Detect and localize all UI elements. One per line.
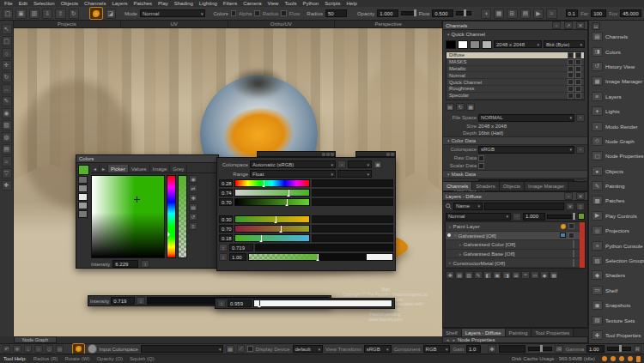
radius-checkbox[interactable] [254, 10, 259, 16]
rotate-tool-icon[interactable]: ↻ [2, 72, 12, 82]
tab-values[interactable]: Values [129, 165, 150, 172]
palette-icon[interactable]: ▤ [189, 203, 197, 211]
gamma-slider[interactable] [607, 347, 631, 351]
mirror-icon[interactable]: ≈ [546, 9, 556, 19]
layer-visibility-checkbox[interactable] [568, 233, 574, 239]
menu-filters[interactable]: Filters [223, 1, 237, 6]
menu-patches[interactable]: Patches [133, 1, 152, 6]
sidebar-item-lights[interactable]: ✦Lights [589, 104, 644, 118]
scalar-data-checkbox[interactable] [478, 163, 484, 169]
layers-panel-header[interactable]: Layers - Diffuse ▫ ✕ [443, 192, 587, 201]
sidebar-item-layers[interactable]: ≡Layers [589, 89, 644, 104]
sidebar-item-image-manager[interactable]: ▦Image Manager [589, 74, 644, 88]
memory-status-icon[interactable] [611, 356, 616, 361]
smear-tool-icon[interactable]: ≈ [2, 156, 12, 166]
floating-value-field[interactable]: 0.959 [228, 299, 252, 307]
layer-row-galvanised-color[interactable]: ▹ Galvanised Color [Off] [446, 240, 585, 250]
amount-slider-knob[interactable] [573, 213, 575, 220]
range-select[interactable]: Float▾ [250, 170, 336, 178]
alpha-spinner-icon[interactable]: ↕ [219, 253, 228, 261]
expander-icon[interactable]: ▿ [454, 233, 457, 238]
swap-colors-icon[interactable]: ⇄ [189, 185, 197, 192]
opacity-slider-knob[interactable] [414, 9, 416, 16]
alpha-strip[interactable] [178, 175, 187, 258]
saturation-numeric-box[interactable] [312, 189, 393, 197]
colorspace-select[interactable]: Automatic (sRGB)▾ [250, 160, 336, 168]
layer-visibility-checkbox[interactable] [573, 259, 574, 267]
saturation-slider-marker[interactable] [289, 190, 289, 196]
maximize-icon[interactable] [326, 153, 330, 156]
hue-marker[interactable] [167, 232, 173, 237]
file-space-select[interactable]: NORMAL▾ [478, 114, 574, 122]
gpu-status-icon[interactable] [619, 356, 624, 361]
sidebar-item-painting[interactable]: ✎Painting [589, 178, 644, 193]
tab-projects[interactable]: Projects [14, 21, 121, 27]
exposure-field[interactable] [499, 345, 526, 353]
layer-amount-field[interactable]: 1.000 [523, 213, 545, 221]
expander-icon[interactable]: ▹ [459, 251, 462, 257]
new-project-icon[interactable]: ▢ [3, 9, 13, 19]
layer-row-galvanised[interactable]: ▿ Galvanised [Off] [446, 232, 585, 241]
panel-intensity-field[interactable]: 0.719 [229, 244, 253, 251]
remove-channel-icon[interactable]: ▦ [466, 103, 475, 111]
alpha-slider[interactable] [248, 253, 393, 261]
sidebar-item-objects[interactable]: ●Objects [589, 164, 644, 178]
floating-white-slider[interactable] [253, 299, 392, 307]
sidebar-item-shelf[interactable]: ▭Shelf [589, 283, 644, 298]
sidebar-item-node-graph[interactable]: ◇Node Graph [589, 134, 644, 148]
project-status-icon[interactable] [628, 356, 633, 361]
sidebar-item-modo-render[interactable]: ◐Modo Render [589, 118, 644, 133]
paint-tool-button[interactable] [89, 7, 103, 20]
tab-picker[interactable]: Picker [108, 165, 129, 172]
export-paint-icon[interactable]: ▤ [226, 345, 234, 353]
gray-swatch-4[interactable] [78, 210, 88, 218]
floating-titlebar-2[interactable] [355, 151, 396, 157]
channel-swatch-white[interactable] [458, 40, 468, 49]
value-spinner-icon[interactable]: ↕ [217, 299, 226, 307]
intensity-field[interactable]: 6.229 [112, 260, 138, 268]
mask-data-section-header[interactable]: ▾ Mask Data [443, 170, 587, 178]
channel-row-specular[interactable]: Specular [447, 93, 584, 100]
blue-numeric-box[interactable] [312, 234, 393, 242]
exposure-knob[interactable] [540, 345, 543, 352]
blur-tool-icon[interactable]: ◍ [2, 132, 12, 142]
colorspace-lock-icon[interactable]: ▣ [374, 160, 382, 168]
new-group-icon[interactable]: ▣ [493, 271, 501, 279]
saturation-slider[interactable] [234, 189, 310, 197]
quick-channel-caret-icon[interactable]: ▾ [447, 32, 450, 37]
menu-scripts[interactable]: Scripts [325, 1, 340, 6]
color-sample-button[interactable] [88, 344, 96, 354]
close-icon[interactable] [331, 153, 334, 156]
blue-slider[interactable] [234, 234, 310, 242]
hue-strip[interactable] [167, 175, 176, 258]
circle-select-icon[interactable]: ○ [34, 345, 42, 353]
blue-value-field[interactable]: 0.18 [219, 234, 233, 242]
channel-row-roughness[interactable]: Roughness [447, 86, 584, 93]
lock-checkbox[interactable] [575, 86, 581, 92]
share-layer-icon[interactable]: ≈ [521, 271, 530, 279]
options-icon[interactable]: ≡ [189, 222, 197, 230]
hue-value-field[interactable]: 0.28 [219, 179, 233, 187]
expander-icon[interactable]: ▹ [449, 224, 452, 229]
transfer-layer-icon[interactable]: ◆ [540, 271, 549, 279]
green-slider-marker[interactable] [281, 226, 282, 232]
new-layer-icon[interactable]: ✚ [446, 271, 454, 279]
hue-numeric-box[interactable] [312, 179, 393, 187]
dock-tab-objects[interactable]: Objects [500, 182, 525, 191]
saturation-value-field[interactable]: 0.74 [219, 189, 233, 197]
menu-play[interactable]: Play [158, 1, 168, 6]
marquee-tool-icon[interactable]: ▢ [2, 36, 12, 46]
layer-visibility-checkbox[interactable] [568, 223, 574, 229]
exposure-plus-icon[interactable]: ✚ [488, 345, 495, 353]
channel-swatch-gray[interactable] [470, 40, 480, 49]
gamma-knob[interactable] [619, 345, 622, 352]
tab-ortho-uv[interactable]: Ortho/UV [228, 21, 336, 27]
display-device-select[interactable]: default▾ [293, 345, 324, 353]
layer-row-constructormetal[interactable]: ▹ ConstructorMetal [Off] [446, 258, 585, 268]
saturation-value-square[interactable] [91, 175, 165, 258]
blend-mode-select[interactable]: Normal▾ [446, 213, 511, 221]
sidebar-item-python-console[interactable]: »Python Console [589, 238, 644, 252]
opacity-slider[interactable] [401, 11, 416, 15]
cache-checkbox[interactable] [568, 66, 574, 72]
flow-slider-knob[interactable] [464, 9, 466, 16]
